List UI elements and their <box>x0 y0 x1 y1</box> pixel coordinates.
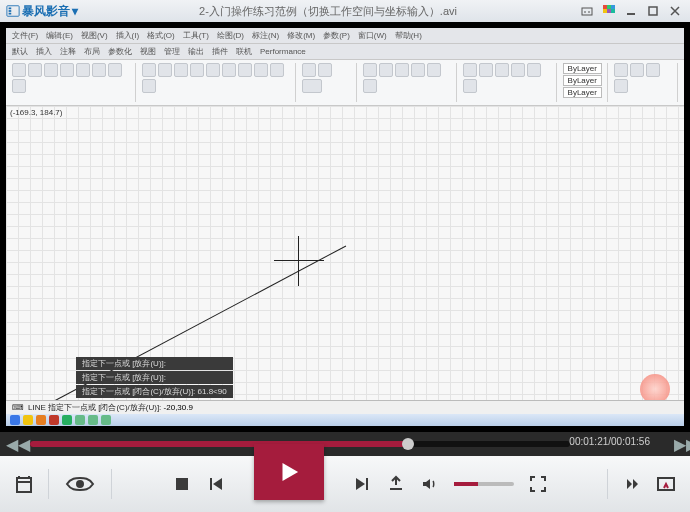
autocad-command-line: ⌨ LINE 指定下一点或 [闭合(C)/放弃(U)]: -20,30.9 <box>6 400 684 414</box>
stop-button[interactable] <box>172 474 192 494</box>
maximize-button[interactable] <box>646 4 660 18</box>
autocad-ribbon-tabs: 默认插入注释布局参数化视图管理输出插件联机Performance <box>6 44 684 60</box>
minimize-button[interactable] <box>624 4 638 18</box>
autocad-menubar: 文件(F)编辑(E)视图(V)插入(I)格式(O)工具(T)绘图(D)标注(N)… <box>6 28 684 44</box>
expand-panel-button[interactable] <box>622 474 642 494</box>
command-history: 指定下一点或 [放弃(U)]: 指定下一点或 [放弃(U)]: 指定下一点或 [… <box>76 356 233 398</box>
svg-rect-5 <box>603 5 607 9</box>
next-button[interactable] <box>352 474 372 494</box>
divider <box>111 469 112 499</box>
player-titlebar: 暴风影音 ▾ 2-入门操作练习范例（切换工作空间与坐标输入）.avi <box>0 0 690 22</box>
seek-bar[interactable]: ◀◀ 00:01:21/00:01:56 ▶▶ <box>0 432 690 456</box>
open-file-button[interactable] <box>386 474 406 494</box>
settings-toggle-button[interactable] <box>656 474 676 494</box>
eye-mode-button[interactable] <box>63 474 97 494</box>
autocad-canvas: (-169.3, 184.7) 指定下一点或 [放弃(U)]: 指定下一点或 [… <box>6 106 684 426</box>
svg-rect-11 <box>649 7 657 15</box>
close-button[interactable] <box>668 4 682 18</box>
previous-button[interactable] <box>206 474 226 494</box>
play-button[interactable] <box>254 444 324 500</box>
svg-rect-14 <box>176 478 188 490</box>
time-display: 00:01:21/00:01:56 <box>569 436 650 447</box>
windows-taskbar <box>6 414 684 426</box>
palette-icon[interactable] <box>602 4 616 18</box>
svg-rect-6 <box>607 5 611 9</box>
seek-fill <box>30 441 408 447</box>
svg-point-13 <box>77 481 83 487</box>
autocad-ribbon: ByLayer ByLayer ByLayer <box>6 60 684 106</box>
svg-rect-10 <box>611 9 615 13</box>
app-logo[interactable]: 暴风影音 ▾ <box>0 3 84 20</box>
svg-rect-16 <box>366 478 368 490</box>
svg-rect-2 <box>9 10 12 12</box>
seek-knob[interactable] <box>402 438 414 450</box>
rewind-start-icon[interactable]: ◀◀ <box>0 435 16 454</box>
forward-end-icon[interactable]: ▶▶ <box>668 435 684 454</box>
playlist-button[interactable] <box>14 474 34 494</box>
app-name: 暴风影音 <box>22 3 70 20</box>
volume-slider[interactable] <box>454 482 514 486</box>
video-area[interactable]: 文件(F)编辑(E)视图(V)插入(I)格式(O)工具(T)绘图(D)标注(N)… <box>0 22 690 432</box>
svg-rect-7 <box>611 5 615 9</box>
app-menu-caret-icon: ▾ <box>72 4 78 18</box>
svg-rect-9 <box>607 9 611 13</box>
corner-readout: (-169.3, 184.7) <box>10 108 62 117</box>
autocad-window: 文件(F)编辑(E)视图(V)插入(I)格式(O)工具(T)绘图(D)标注(N)… <box>6 28 684 426</box>
crosshair-cursor <box>274 236 324 286</box>
svg-rect-12 <box>17 478 31 492</box>
svg-rect-1 <box>9 8 12 10</box>
svg-rect-4 <box>582 8 592 15</box>
file-title: 2-入门操作练习范例（切换工作空间与坐标输入）.avi <box>84 4 572 19</box>
volume-icon[interactable] <box>420 474 440 494</box>
svg-rect-15 <box>210 478 212 490</box>
svg-rect-3 <box>9 13 12 15</box>
caption-icon[interactable] <box>580 4 594 18</box>
player-controls <box>0 456 690 512</box>
fullscreen-button[interactable] <box>528 474 548 494</box>
svg-rect-8 <box>603 9 607 13</box>
